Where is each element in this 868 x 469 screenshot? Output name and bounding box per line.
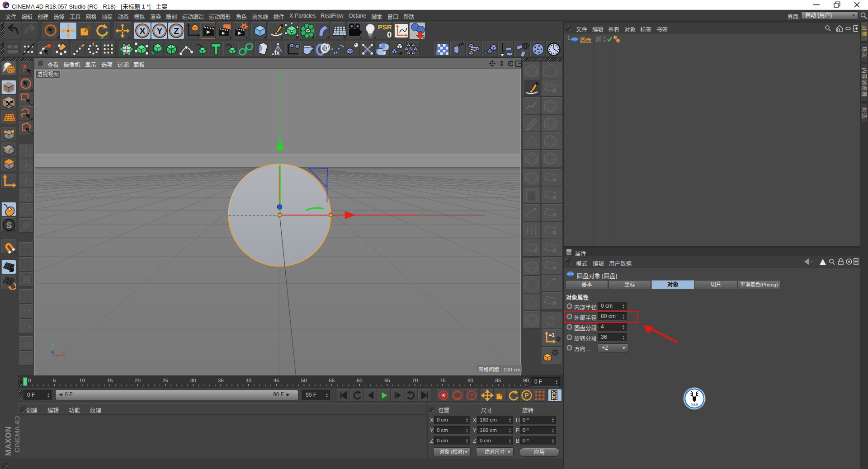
svg-text:40: 40 [245, 378, 251, 383]
svg-text:Z: Z [51, 350, 54, 354]
svg-text:50: 50 [301, 378, 307, 383]
svg-text:Y: Y [157, 26, 163, 36]
svg-text:60: 60 [357, 378, 363, 383]
svg-text:fx: fx [274, 49, 280, 56]
svg-text:?: ? [470, 392, 473, 399]
svg-text:行走者: 行走者 [691, 403, 698, 406]
svg-text:0: 0 [28, 378, 31, 383]
svg-text:30: 30 [190, 378, 196, 383]
svg-text:5: 5 [53, 378, 56, 383]
svg-text:P: P [524, 392, 528, 399]
svg-text:S: S [6, 221, 12, 230]
svg-text:Y: Y [51, 343, 55, 348]
svg-text:10: 10 [79, 378, 85, 383]
svg-text:15: 15 [107, 378, 113, 383]
svg-text:70: 70 [412, 378, 418, 383]
svg-text:65: 65 [384, 378, 390, 383]
svg-text:X: X [62, 352, 66, 358]
svg-text:90: 90 [523, 378, 529, 383]
svg-text:45: 45 [274, 378, 279, 383]
svg-text:=1: =1 [549, 332, 555, 338]
svg-text:85: 85 [495, 378, 501, 383]
svg-text:80: 80 [467, 378, 473, 383]
svg-text:0: 0 [387, 30, 392, 39]
svg-text:55: 55 [329, 378, 335, 383]
svg-text:35: 35 [218, 378, 224, 383]
svg-text:75: 75 [440, 378, 446, 383]
svg-text:Z: Z [174, 26, 179, 36]
svg-text:20: 20 [135, 378, 141, 383]
svg-text:25: 25 [162, 378, 168, 383]
svg-text:?: ? [21, 62, 27, 74]
svg-text:X: X [140, 26, 146, 36]
